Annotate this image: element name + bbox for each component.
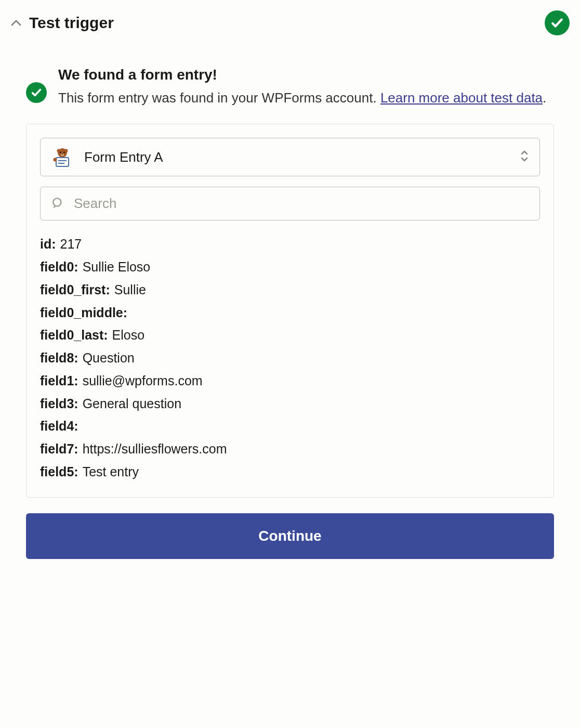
field-key: field0_last: <box>40 324 108 347</box>
field-value: https://sulliesflowers.com <box>83 438 227 461</box>
continue-button[interactable]: Continue <box>26 513 554 559</box>
section-header: Test trigger <box>10 10 570 35</box>
field-value: Sullie <box>114 279 146 302</box>
field-row: field4: <box>40 415 540 438</box>
fields-list: id:217field0:Sullie Elosofield0_first:Su… <box>40 233 540 483</box>
learn-more-link[interactable]: Learn more about test data <box>380 90 543 106</box>
wpforms-icon <box>51 146 74 168</box>
field-value: Eloso <box>112 324 145 347</box>
field-value: 217 <box>60 233 82 256</box>
field-key: field0_middle: <box>40 302 127 324</box>
field-row: field7:https://sulliesflowers.com <box>40 438 540 461</box>
found-heading: We found a form entry! <box>58 67 546 83</box>
field-row: field0:Sullie Eloso <box>40 256 540 279</box>
field-row: field5:Test entry <box>40 461 540 484</box>
found-text: We found a form entry! This form entry w… <box>58 67 546 108</box>
entry-card: Form Entry A id:217field0:Sullie Elosofi… <box>26 124 554 497</box>
field-key: field0: <box>40 256 78 279</box>
svg-point-11 <box>53 198 61 206</box>
search-icon <box>51 196 64 212</box>
svg-point-3 <box>60 152 61 153</box>
entry-select-label: Form Entry A <box>84 149 509 165</box>
search-input[interactable] <box>74 196 529 212</box>
found-body-prefix: This form entry was found in your WPForm… <box>58 90 380 106</box>
field-key: field5: <box>40 461 78 484</box>
found-body: This form entry was found in your WPForm… <box>58 87 546 108</box>
header-left[interactable]: Test trigger <box>10 14 114 32</box>
field-row: field0_last:Eloso <box>40 324 540 347</box>
chevron-up-icon[interactable] <box>10 17 22 29</box>
field-row: field1:sullie@wpforms.com <box>40 370 540 393</box>
field-key: field8: <box>40 347 78 370</box>
field-value: General question <box>83 393 181 415</box>
svg-rect-7 <box>56 158 69 166</box>
svg-point-4 <box>63 152 65 153</box>
check-icon <box>26 82 47 103</box>
field-value: Question <box>83 347 135 370</box>
entry-select[interactable]: Form Entry A <box>40 138 540 176</box>
field-key: field7: <box>40 438 78 461</box>
field-key: field4: <box>40 415 78 438</box>
field-row: field8:Question <box>40 347 540 370</box>
field-value: Sullie Eloso <box>83 256 151 279</box>
field-key: field1: <box>40 370 78 393</box>
field-key: field0_first: <box>40 279 110 302</box>
svg-line-12 <box>54 205 55 207</box>
field-row: field0_first:Sullie <box>40 279 540 302</box>
field-key: id: <box>40 233 56 256</box>
field-row: id:217 <box>40 233 540 256</box>
field-row: field3:General question <box>40 393 540 415</box>
updown-icon <box>520 149 529 165</box>
svg-point-10 <box>54 158 57 162</box>
found-message: We found a form entry! This form entry w… <box>10 56 570 124</box>
field-key: field3: <box>40 393 78 415</box>
svg-point-6 <box>62 154 63 155</box>
field-value: Test entry <box>83 461 139 484</box>
status-success-badge <box>545 10 570 35</box>
search-box[interactable] <box>40 187 540 220</box>
found-body-suffix: . <box>543 90 546 106</box>
field-row: field0_middle: <box>40 302 540 324</box>
field-value: sullie@wpforms.com <box>83 370 203 393</box>
section-title: Test trigger <box>29 14 114 32</box>
